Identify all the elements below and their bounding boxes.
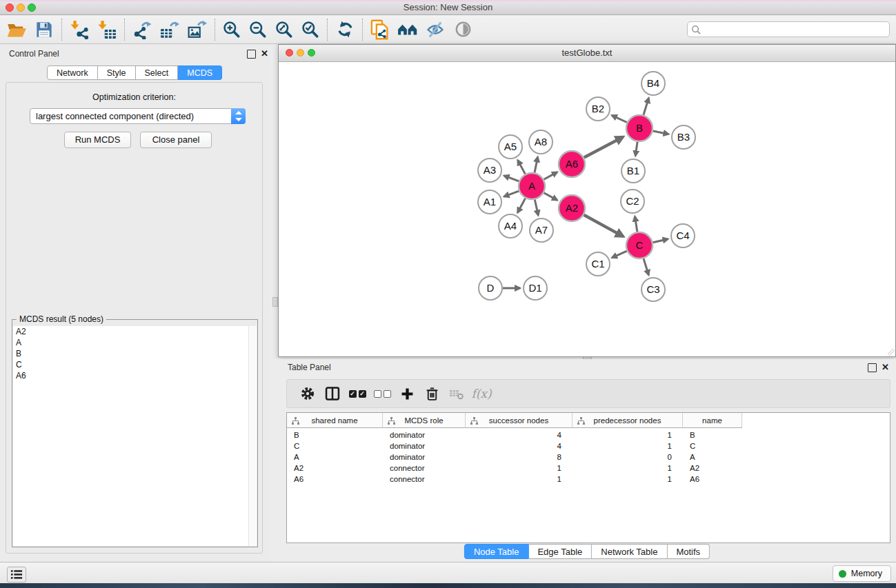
node-C3[interactable]: C3: [641, 278, 665, 301]
node-D1[interactable]: D1: [524, 276, 547, 300]
memory-button[interactable]: Memory: [833, 565, 891, 582]
tab-mcds[interactable]: MCDS: [178, 65, 222, 80]
column-header-mcds-role[interactable]: MCDS role: [383, 413, 466, 428]
node-A7[interactable]: A7: [530, 219, 553, 242]
node-B4[interactable]: B4: [641, 72, 665, 95]
tab-select[interactable]: Select: [136, 65, 179, 80]
export-table-button[interactable]: [156, 17, 183, 42]
tab-motifs[interactable]: Motifs: [667, 544, 710, 559]
network-window-titlebar[interactable]: testGlobe.txt: [279, 45, 895, 62]
copy-network-button[interactable]: [366, 17, 394, 42]
tab-edge-table[interactable]: Edge Table: [528, 544, 592, 559]
edge-B-B4[interactable]: [644, 98, 649, 115]
search-input[interactable]: [703, 23, 885, 37]
tab-node-table[interactable]: Node Table: [464, 544, 529, 559]
table-row[interactable]: Cdominator41C: [287, 440, 890, 452]
table-row[interactable]: Bdominator41B: [287, 429, 890, 440]
run-mcds-button[interactable]: Run MCDS: [64, 132, 131, 148]
criterion-dropdown[interactable]: largest connected component (directed): [30, 108, 246, 124]
edge-A2-C[interactable]: [584, 215, 624, 236]
node-C4[interactable]: C4: [671, 224, 695, 247]
column-header-name[interactable]: name: [683, 413, 742, 428]
edge-A-A1[interactable]: [504, 191, 519, 196]
column-header-predecessor-nodes[interactable]: predecessor nodes: [573, 413, 683, 428]
edge-B-B1[interactable]: [635, 142, 637, 156]
zoom-fit-button[interactable]: [271, 17, 297, 42]
node-B1[interactable]: B1: [621, 159, 645, 183]
node-B2[interactable]: B2: [586, 97, 610, 121]
result-scrollbar[interactable]: [248, 326, 257, 546]
result-item[interactable]: A6: [13, 370, 257, 381]
edge-A-A4[interactable]: [517, 199, 525, 213]
edge-A-A2[interactable]: [544, 193, 557, 201]
select-all-columns-button[interactable]: ✓✓: [345, 383, 370, 405]
delete-column-button[interactable]: [419, 383, 444, 405]
tab-network-table[interactable]: Network Table: [592, 544, 667, 559]
node-A[interactable]: A: [519, 173, 545, 199]
node-A1[interactable]: A1: [478, 190, 501, 214]
result-item[interactable]: A2: [13, 326, 257, 337]
edge-A-A6[interactable]: [544, 172, 557, 180]
panel-menu-button[interactable]: [7, 567, 26, 582]
edge-B-B2[interactable]: [612, 115, 627, 122]
node-A5[interactable]: A5: [499, 135, 522, 159]
node-C[interactable]: C: [626, 232, 653, 258]
show-hidden-button[interactable]: [449, 17, 477, 42]
unselect-all-columns-button[interactable]: [370, 383, 395, 405]
edge-C-C4[interactable]: [653, 239, 668, 243]
node-B3[interactable]: B3: [672, 125, 695, 149]
node-A4[interactable]: A4: [499, 214, 522, 238]
edge-A-A3[interactable]: [504, 176, 519, 181]
node-A8[interactable]: A8: [529, 130, 552, 154]
result-item[interactable]: A: [13, 337, 257, 348]
close-panel-button[interactable]: ✕: [261, 49, 268, 58]
table-settings-button[interactable]: [295, 383, 320, 405]
apply-layout-button[interactable]: [331, 17, 359, 42]
edge-C-C1[interactable]: [612, 251, 627, 258]
function-builder-button[interactable]: f(x): [469, 383, 494, 405]
table-row[interactable]: A2connector11A2: [287, 463, 890, 474]
homes-button[interactable]: [394, 17, 421, 42]
resize-grip-icon[interactable]: [888, 349, 895, 356]
tab-network[interactable]: Network: [47, 65, 98, 80]
node-A2[interactable]: A2: [559, 195, 585, 221]
search-field[interactable]: [687, 21, 890, 37]
node-C2[interactable]: C2: [621, 190, 644, 213]
edge-C-C3[interactable]: [644, 258, 648, 275]
edge-A-A8[interactable]: [535, 157, 538, 173]
save-session-button[interactable]: [30, 17, 58, 42]
zoom-selected-button[interactable]: [297, 17, 323, 42]
show-columns-button[interactable]: [320, 383, 345, 405]
result-item[interactable]: C: [13, 359, 257, 370]
open-session-button[interactable]: [3, 17, 30, 42]
edge-C-C2[interactable]: [635, 216, 637, 232]
edge-B-B3[interactable]: [653, 131, 669, 134]
import-network-button[interactable]: [66, 17, 93, 42]
hide-selected-button[interactable]: [421, 17, 449, 42]
table-row[interactable]: Adominator80A: [287, 452, 890, 463]
network-canvas-svg[interactable]: AA1A2A3A4A5A6A7A8BB1B2B3B4CC1C2C3C4DD1: [279, 61, 895, 356]
node-A3[interactable]: A3: [478, 159, 501, 182]
zoom-out-button[interactable]: [245, 17, 271, 42]
import-table-button[interactable]: [93, 17, 121, 42]
column-header-shared-name[interactable]: shared name: [287, 413, 383, 428]
export-image-button[interactable]: [183, 17, 211, 42]
node-C1[interactable]: C1: [586, 252, 610, 276]
edge-A-A5[interactable]: [518, 160, 526, 174]
zoom-in-button[interactable]: [219, 17, 245, 42]
tab-style[interactable]: Style: [98, 65, 136, 80]
node-D[interactable]: D: [479, 276, 502, 300]
result-item[interactable]: B: [13, 348, 257, 359]
edge-A6-B[interactable]: [584, 137, 624, 158]
export-network-button[interactable]: [128, 17, 156, 42]
float-panel-button[interactable]: [247, 50, 256, 59]
delete-table-button[interactable]: [444, 383, 469, 405]
float-table-panel-button[interactable]: [868, 363, 877, 372]
edge-A-A7[interactable]: [535, 200, 538, 216]
node-A6[interactable]: A6: [559, 151, 585, 177]
column-header-successor-nodes[interactable]: successor nodes: [466, 413, 573, 428]
node-B[interactable]: B: [626, 115, 653, 141]
close-table-panel-button[interactable]: ✕: [882, 363, 889, 372]
table-row[interactable]: A6connector11A6: [287, 474, 890, 485]
vertical-splitter-handle[interactable]: [272, 297, 278, 307]
